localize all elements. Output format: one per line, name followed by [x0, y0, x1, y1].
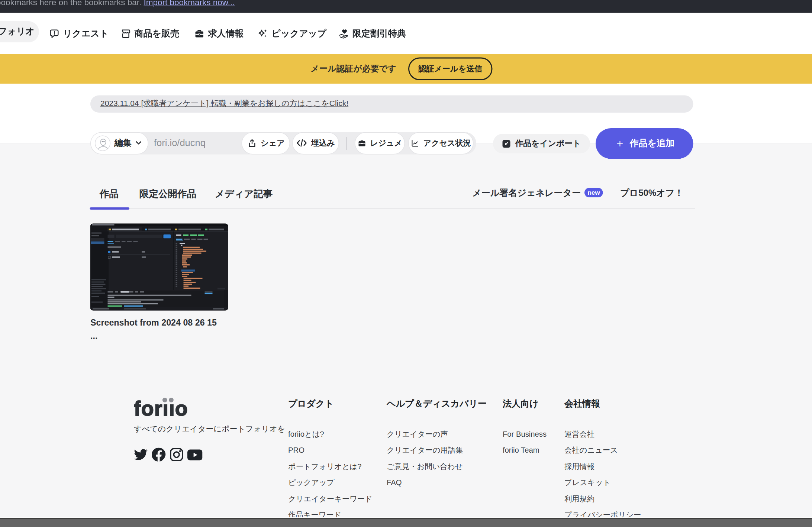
- svg-text:forııo: forııo: [134, 397, 188, 420]
